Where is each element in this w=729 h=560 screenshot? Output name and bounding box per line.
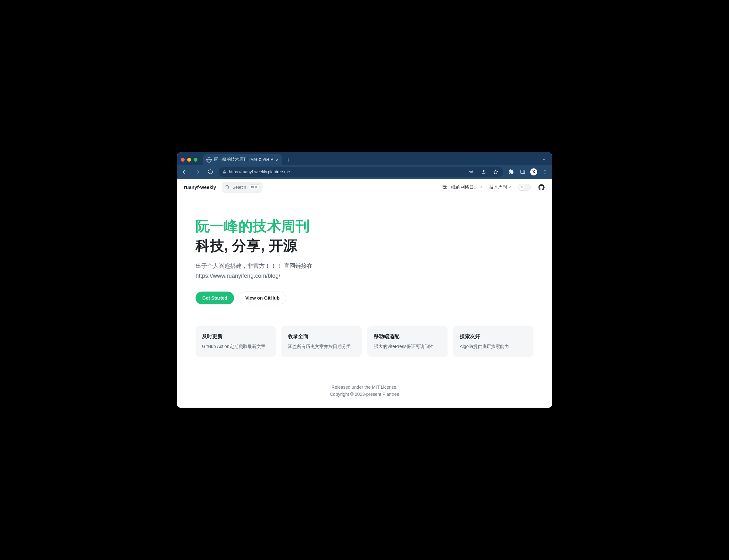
close-window-button[interactable] <box>181 158 185 162</box>
svg-line-13 <box>228 188 229 189</box>
svg-point-12 <box>226 186 229 189</box>
github-link[interactable] <box>538 184 545 191</box>
feature-card: 及时更新 GitHub Action定期爬取最新文章 <box>196 326 276 357</box>
svg-point-9 <box>545 170 546 171</box>
svg-line-3 <box>472 173 473 174</box>
address-bar[interactable]: https://ruanyf-weekly.plantree.me <box>219 167 503 177</box>
feature-desc: 强大的VitePress保证可访问性 <box>374 344 441 350</box>
hero-title: 科技, 分享, 开源 <box>196 236 533 255</box>
nav-link-label: 阮一峰的网络日志 <box>442 184 478 190</box>
lock-icon <box>223 170 226 174</box>
profile-avatar[interactable]: X <box>530 168 537 175</box>
tabs-dropdown-button[interactable] <box>542 157 546 162</box>
tab-title: 阮一峰的技术周刊 | Vite & Vue P <box>214 157 273 162</box>
hero-description: 出于个人兴趣搭建，非官方！！！ 官网链接在 https://www.ruanyi… <box>196 261 533 281</box>
feature-card: 收录全面 涵盖所有历史文章并按日期分类 <box>282 326 362 357</box>
sidepanel-icon[interactable] <box>519 168 526 176</box>
feature-desc: 涵盖所有历史文章并按日期分类 <box>288 344 355 350</box>
hero-desc-line: 出于个人兴趣搭建，非官方！！！ 官网链接在 <box>196 261 533 271</box>
feature-title: 收录全面 <box>288 333 355 340</box>
hero: 阮一峰的技术周刊 科技, 分享, 开源 出于个人兴趣搭建，非官方！！！ 官网链接… <box>177 196 552 317</box>
url-scheme: https:// <box>229 169 242 174</box>
bookmark-star-icon[interactable] <box>492 168 499 176</box>
feature-desc: Algolia提供底层搜索能力 <box>460 344 527 350</box>
footer-copyright: Copyright © 2023-present Plantree <box>177 392 552 397</box>
zoom-icon[interactable] <box>467 168 475 176</box>
site-brand[interactable]: ruanyf-weekly <box>184 184 216 190</box>
github-icon <box>538 184 545 191</box>
tab-strip: 阮一峰的技术周刊 | Vite & Vue P × ＋ <box>177 152 552 165</box>
hero-actions: Get Started View on GitHub <box>196 292 533 304</box>
svg-point-10 <box>545 172 546 173</box>
feature-card: 搜索友好 Algolia提供底层搜索能力 <box>453 326 533 357</box>
site-footer: Released under the MIT License. Copyrigh… <box>177 376 552 408</box>
search-icon <box>225 185 230 190</box>
avatar-letter: X <box>532 169 535 174</box>
feature-grid: 及时更新 GitHub Action定期爬取最新文章 收录全面 涵盖所有历史文章… <box>177 317 552 376</box>
browser-menu-button[interactable] <box>541 168 549 176</box>
back-button[interactable] <box>180 167 189 176</box>
feature-title: 搜索友好 <box>460 333 527 340</box>
site-header: ruanyf-weekly Search ⌘ K 阮一峰的网络日志 ↗ 技术周刊… <box>177 179 552 196</box>
feature-title: 移动端适配 <box>374 333 441 340</box>
url-text: https://ruanyf-weekly.plantree.me <box>229 169 290 174</box>
nav-link-blog[interactable]: 阮一峰的网络日志 ↗ <box>442 184 482 190</box>
svg-point-11 <box>545 173 546 174</box>
url-host: ruanyf-weekly.plantree.me <box>242 169 290 174</box>
get-started-button[interactable]: Get Started <box>196 292 234 304</box>
browser-tab[interactable]: 阮一峰的技术周刊 | Vite & Vue P × <box>203 154 282 165</box>
hero-title-accent: 阮一峰的技术周刊 <box>196 217 533 236</box>
browser-toolbar: https://ruanyf-weekly.plantree.me <box>177 165 552 179</box>
svg-marker-6 <box>494 170 498 174</box>
globe-icon <box>207 157 212 162</box>
search-shortcut: ⌘ K <box>249 184 259 190</box>
view-github-button[interactable]: View on GitHub <box>239 292 286 304</box>
minimize-window-button[interactable] <box>187 158 191 162</box>
feature-title: 及时更新 <box>202 333 269 340</box>
maximize-window-button[interactable] <box>194 158 198 162</box>
svg-rect-7 <box>521 170 525 174</box>
browser-chrome: 阮一峰的技术周刊 | Vite & Vue P × ＋ <box>177 152 552 179</box>
extensions-icon[interactable] <box>507 168 515 176</box>
footer-license: Released under the MIT License. <box>177 385 552 390</box>
feature-card: 移动端适配 强大的VitePress保证可访问性 <box>367 326 447 357</box>
close-tab-button[interactable]: × <box>276 157 279 162</box>
theme-toggle[interactable] <box>518 184 531 191</box>
forward-button[interactable] <box>193 167 202 176</box>
feature-desc: GitHub Action定期爬取最新文章 <box>202 344 269 350</box>
hero-desc-link: https://www.ruanyifeng.com/blog/ <box>196 271 533 281</box>
external-icon: ↗ <box>508 185 511 189</box>
page-content: ruanyf-weekly Search ⌘ K 阮一峰的网络日志 ↗ 技术周刊… <box>177 179 552 408</box>
nav-link-weekly[interactable]: 技术周刊 ↗ <box>489 184 511 190</box>
browser-window: 阮一峰的技术周刊 | Vite & Vue P × ＋ <box>177 152 552 408</box>
share-icon[interactable] <box>479 168 487 176</box>
search-placeholder: Search <box>233 185 246 190</box>
new-tab-button[interactable]: ＋ <box>284 155 293 164</box>
nav-links: 阮一峰的网络日志 ↗ 技术周刊 ↗ <box>442 184 545 191</box>
external-icon: ↗ <box>479 185 482 189</box>
nav-link-label: 技术周刊 <box>489 184 507 190</box>
search-button[interactable]: Search ⌘ K <box>222 182 263 193</box>
reload-button[interactable] <box>206 167 215 176</box>
window-controls <box>181 158 198 162</box>
